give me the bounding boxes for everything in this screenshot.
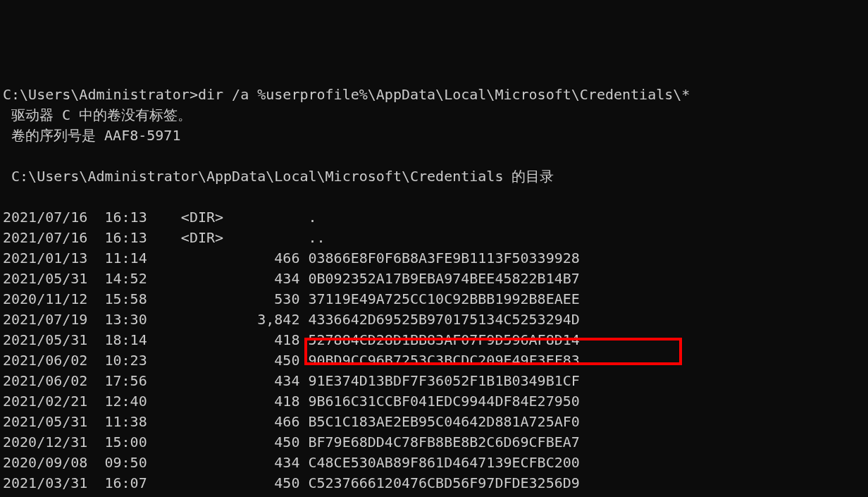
serial-info: 卷的序列号是 AAF8-5971: [3, 127, 180, 144]
terminal-output[interactable]: C:\Users\Administrator>dir /a %userprofi…: [0, 82, 868, 497]
prompt-path: C:\Users\Administrator>: [3, 86, 198, 103]
volume-info: 驱动器 C 中的卷没有标签。: [3, 106, 192, 123]
directory-of: C:\Users\Administrator\AppData\Local\Mic…: [3, 168, 554, 185]
command-text: dir /a %userprofile%\AppData\Local\Micro…: [198, 86, 690, 103]
directory-listing: 2021/07/16 16:13 <DIR> . 2021/07/16 16:1…: [3, 209, 580, 497]
prompt-line: C:\Users\Administrator>dir /a %userprofi…: [3, 86, 690, 103]
